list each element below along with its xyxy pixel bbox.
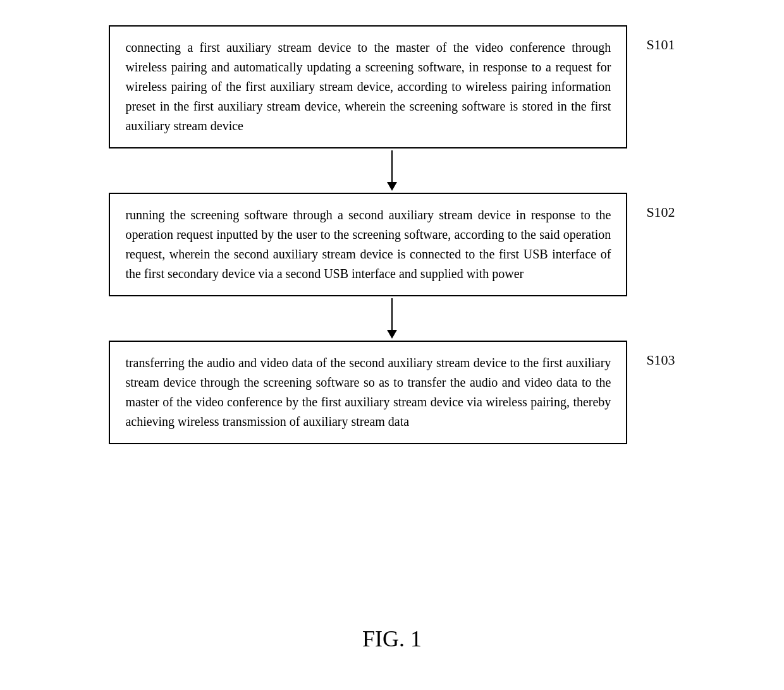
- arrow-line-1: [391, 150, 393, 182]
- step-text-s102: running the screening software through a…: [125, 208, 611, 281]
- step-label-s102: S102: [646, 193, 675, 221]
- arrow-head-1: [387, 182, 397, 191]
- flowchart: connecting a first auxiliary stream devi…: [51, 25, 733, 594]
- step-row-s101: connecting a first auxiliary stream devi…: [51, 25, 733, 148]
- step-box-s102: running the screening software through a…: [109, 193, 627, 296]
- step-text-s103: transferring the audio and video data of…: [125, 356, 611, 428]
- step-text-s101: connecting a first auxiliary stream devi…: [125, 40, 611, 133]
- page-container: connecting a first auxiliary stream devi…: [0, 0, 784, 690]
- step-label-s101: S101: [646, 25, 675, 53]
- arrow-down-1: [387, 150, 397, 191]
- arrow-line-2: [391, 298, 393, 330]
- step-box-s103: transferring the audio and video data of…: [109, 341, 627, 444]
- arrow-1: [51, 148, 733, 193]
- step-box-s101: connecting a first auxiliary stream devi…: [109, 25, 627, 148]
- figure-label: FIG. 1: [362, 626, 422, 652]
- arrow-down-2: [387, 298, 397, 339]
- step-row-s102: running the screening software through a…: [51, 193, 733, 296]
- step-label-s103: S103: [646, 341, 675, 368]
- arrow-2: [51, 296, 733, 341]
- arrow-head-2: [387, 330, 397, 339]
- step-row-s103: transferring the audio and video data of…: [51, 341, 733, 444]
